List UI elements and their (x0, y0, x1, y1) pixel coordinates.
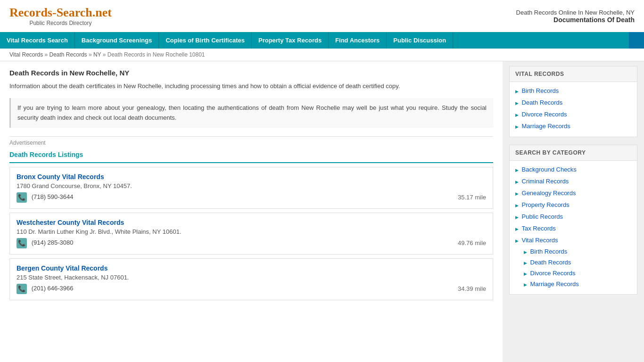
advertisement-label: Advertisement (9, 136, 493, 151)
phone-icon: 📞 (17, 238, 27, 248)
nav-property-tax[interactable]: Property Tax Records (252, 32, 329, 49)
sidebar-link-public-records[interactable]: Public Records (515, 211, 631, 222)
listing-phone-container: 📞 (914) 285-3080 (17, 238, 74, 248)
listing-phone: (718) 590-3644 (32, 193, 74, 200)
listing-distance: 34.39 mile (458, 285, 486, 292)
listing-phone-container: 📞 (201) 646-3966 (17, 284, 74, 294)
breadcrumb-current: Death Records in New Rochelle 10801 (107, 51, 205, 58)
sidebar-link-marriage-records[interactable]: Marriage Records (515, 120, 631, 132)
phone-icon: 📞 (17, 284, 27, 294)
breadcrumb: Vital Records » Death Records » NY » Dea… (0, 49, 644, 61)
nav-find-ancestors[interactable]: Find Ancestors (329, 32, 387, 49)
sidebar-vital-records-box: VITAL RECORDS Birth Records Death Record… (509, 66, 637, 137)
sidebar-vital-records-content: Birth Records Death Records Divorce Reco… (510, 82, 637, 137)
sidebar-link-divorce-records[interactable]: Divorce Records (515, 108, 631, 120)
sidebar-link-birth-records[interactable]: Birth Records (515, 85, 631, 97)
logo-subtitle: Public Records Directory (9, 20, 112, 26)
content-body: Information about the death certificates… (9, 82, 493, 91)
nav-birth-certificates[interactable]: Copies of Birth Certificates (159, 32, 252, 49)
listing-address: 1780 Grand Concourse, Bronx, NY 10457. (17, 182, 486, 189)
sidebar-category-title: SEARCH BY CATEGORY (510, 145, 637, 161)
nav-end-bar (629, 32, 644, 49)
listing-address: 110 Dr. Martin Luther King Jr. Blvd., Wh… (17, 228, 486, 235)
listing-phone-row: 📞 (718) 590-3644 35.17 mile (17, 192, 486, 203)
listing-name[interactable]: Bergen County Vital Records (17, 264, 107, 272)
listing-name[interactable]: Westchester County Vital Records (17, 219, 124, 226)
listing-phone: (201) 646-3966 (32, 285, 74, 292)
breadcrumb-sep2: » (89, 51, 93, 58)
breadcrumb-vital-records[interactable]: Vital Records (9, 51, 43, 58)
page-title: Death Records Online In New Rochelle, NY (516, 9, 635, 16)
site-header: Records-Search.net Public Records Direct… (0, 0, 644, 32)
sidebar-sub-link-death[interactable]: Death Records (515, 257, 631, 268)
breadcrumb-ny[interactable]: NY (93, 51, 101, 58)
content-title: Death Records in New Rochelle, NY (9, 69, 493, 77)
listing-phone-container: 📞 (718) 590-3644 (17, 192, 74, 203)
main-nav: Vital Records Search Background Screenin… (0, 32, 644, 49)
main-layout: Death Records in New Rochelle, NY Inform… (0, 61, 644, 362)
listings-section: Death Records Listings Bronx County Vita… (9, 151, 493, 300)
header-right: Death Records Online In New Rochelle, NY… (516, 9, 635, 24)
main-content: Death Records in New Rochelle, NY Inform… (0, 61, 503, 362)
breadcrumb-sep1: » (45, 51, 50, 58)
phone-icon: 📞 (17, 192, 27, 203)
nav-public-discussion[interactable]: Public Discussion (387, 32, 453, 49)
listing-distance: 35.17 mile (458, 194, 486, 201)
sidebar-link-vital-records-sub[interactable]: Vital Records (515, 234, 631, 246)
sidebar-link-genealogy-records[interactable]: Genealogy Records (515, 187, 631, 199)
sidebar-sub-link-birth[interactable]: Birth Records (515, 246, 631, 257)
sidebar-link-criminal-records[interactable]: Criminal Records (515, 175, 631, 187)
nav-vital-records[interactable]: Vital Records Search (0, 32, 75, 49)
nav-background-screenings[interactable]: Background Screenings (75, 32, 159, 49)
sidebar-category-content: Background Checks Criminal Records Genea… (510, 161, 637, 294)
sidebar-category-box: SEARCH BY CATEGORY Background Checks Cri… (509, 145, 637, 295)
listing-name[interactable]: Bronx County Vital Records (17, 173, 104, 181)
sidebar-sub-link-divorce[interactable]: Divorce Records (515, 268, 631, 279)
listing-card: Bergen County Vital Records 215 State St… (9, 258, 493, 300)
logo-name[interactable]: Records-Search.net (9, 6, 112, 20)
listing-distance: 49.76 mile (458, 239, 486, 247)
sidebar-link-background-checks[interactable]: Background Checks (515, 164, 631, 175)
sidebar-link-property-records[interactable]: Property Records (515, 199, 631, 211)
nav-spacer (453, 32, 629, 49)
logo-area: Records-Search.net Public Records Direct… (9, 6, 112, 26)
listing-address: 215 State Street, Hackensack, NJ 07601. (17, 274, 486, 281)
listing-phone: (914) 285-3080 (32, 239, 74, 246)
sidebar-link-death-records[interactable]: Death Records (515, 97, 631, 108)
listing-card: Westchester County Vital Records 110 Dr.… (9, 213, 493, 255)
breadcrumb-death-records[interactable]: Death Records (50, 51, 87, 58)
sidebar-sub-link-marriage[interactable]: Marriage Records (515, 279, 631, 289)
listings-header: Death Records Listings (9, 151, 493, 163)
listing-phone-row: 📞 (914) 285-3080 49.76 mile (17, 238, 486, 248)
breadcrumb-sep3: » (103, 51, 107, 58)
sidebar-link-tax-records[interactable]: Tax Records (515, 222, 631, 234)
listing-card: Bronx County Vital Records 1780 Grand Co… (9, 167, 493, 209)
listing-phone-row: 📞 (201) 646-3966 34.39 mile (17, 284, 486, 294)
sidebar-vital-records-title: VITAL RECORDS (510, 66, 637, 82)
page-subtitle: Documentations Of Death (516, 16, 635, 24)
content-quote: If you are trying to learn more about yo… (9, 98, 493, 128)
sidebar: VITAL RECORDS Birth Records Death Record… (503, 61, 644, 362)
